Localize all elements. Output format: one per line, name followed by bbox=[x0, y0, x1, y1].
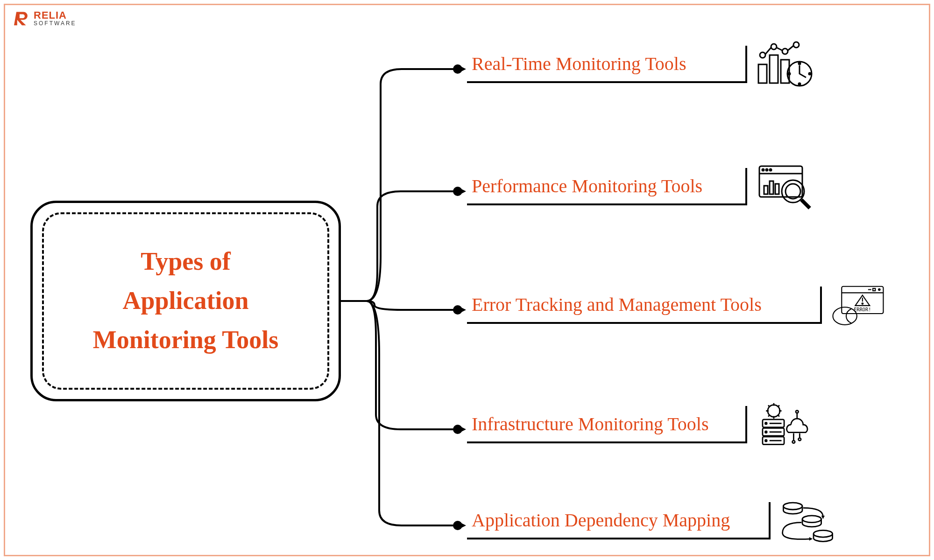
brand-logo: RELIA SOFTWARE bbox=[14, 10, 77, 26]
svg-line-49 bbox=[768, 415, 770, 417]
branch-item-infrastructure: Infrastructure Monitoring Tools bbox=[467, 406, 747, 443]
chart-clock-icon bbox=[757, 41, 813, 88]
main-topic-box: Types of Application Monitoring Tools bbox=[30, 201, 341, 401]
svg-rect-10 bbox=[758, 64, 767, 83]
svg-point-18 bbox=[799, 63, 800, 64]
svg-point-16 bbox=[793, 42, 799, 48]
svg-point-39 bbox=[862, 303, 863, 304]
magnifier-dashboard-icon bbox=[757, 163, 813, 210]
svg-point-66 bbox=[783, 503, 802, 510]
svg-point-61 bbox=[792, 441, 795, 443]
svg-rect-27 bbox=[764, 186, 768, 194]
svg-point-21 bbox=[809, 73, 811, 75]
svg-point-13 bbox=[760, 52, 765, 58]
item-label: Infrastructure Monitoring Tools bbox=[472, 413, 708, 435]
item-label: Error Tracking and Management Tools bbox=[472, 294, 762, 315]
svg-point-20 bbox=[788, 73, 790, 75]
svg-text:ERROR!: ERROR! bbox=[854, 307, 871, 312]
svg-line-32 bbox=[801, 200, 810, 208]
svg-point-63 bbox=[799, 438, 801, 441]
svg-point-54 bbox=[765, 422, 767, 424]
svg-point-15 bbox=[782, 49, 788, 54]
branch-item-realtime: Real-Time Monitoring Tools bbox=[467, 46, 747, 83]
server-cloud-gear-icon bbox=[757, 401, 813, 448]
svg-rect-36 bbox=[873, 288, 875, 291]
svg-point-56 bbox=[765, 431, 767, 433]
svg-point-41 bbox=[833, 307, 856, 325]
svg-line-48 bbox=[778, 415, 779, 417]
svg-point-19 bbox=[799, 83, 800, 85]
svg-rect-28 bbox=[770, 181, 773, 194]
svg-point-25 bbox=[766, 169, 768, 171]
error-window-icon: ERROR! bbox=[831, 282, 887, 329]
svg-marker-70 bbox=[809, 537, 813, 540]
brand-name-bottom: SOFTWARE bbox=[34, 21, 77, 26]
item-label: Performance Monitoring Tools bbox=[472, 175, 702, 197]
branch-connectors bbox=[341, 56, 462, 532]
svg-point-68 bbox=[814, 530, 833, 537]
svg-rect-11 bbox=[770, 55, 778, 83]
branch-item-error: Error Tracking and Management Tools ERRO… bbox=[467, 287, 822, 324]
svg-rect-29 bbox=[775, 184, 779, 194]
svg-point-35 bbox=[878, 289, 880, 290]
branch-item-dependency: Application Dependency Mapping bbox=[467, 502, 771, 539]
brand-mark-icon bbox=[14, 10, 30, 26]
svg-line-50 bbox=[778, 405, 779, 407]
svg-point-24 bbox=[762, 169, 764, 171]
svg-point-67 bbox=[802, 516, 821, 523]
item-label: Real-Time Monitoring Tools bbox=[472, 53, 686, 75]
main-title: Types of Application Monitoring Tools bbox=[93, 242, 279, 359]
svg-point-58 bbox=[765, 440, 767, 441]
dependency-cylinders-icon bbox=[780, 497, 836, 544]
brand-name-top: RELIA bbox=[34, 10, 77, 21]
branch-item-performance: Performance Monitoring Tools bbox=[467, 168, 747, 205]
svg-point-26 bbox=[770, 169, 771, 171]
item-label: Application Dependency Mapping bbox=[472, 509, 730, 531]
svg-point-14 bbox=[771, 44, 777, 49]
svg-line-47 bbox=[768, 405, 770, 407]
svg-point-65 bbox=[796, 411, 799, 413]
